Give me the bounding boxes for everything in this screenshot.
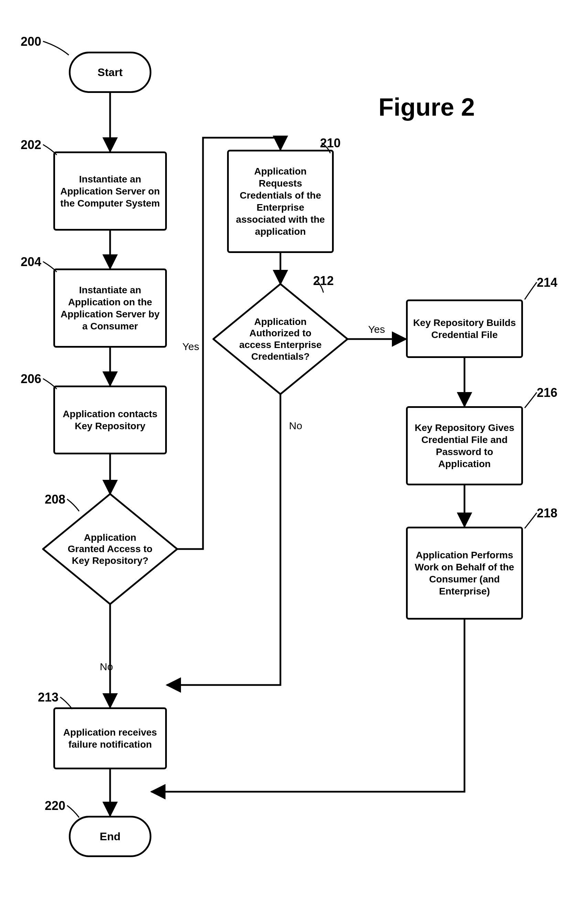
node-218: Application Performs Work on Behalf of t… — [406, 527, 523, 619]
ref-213: 213 — [38, 690, 58, 705]
label-212-no: No — [289, 420, 302, 432]
ref-210: 210 — [320, 136, 341, 150]
ref-200: 200 — [21, 34, 41, 49]
svg-marker-1 — [213, 284, 347, 394]
node-202: Instantiate an Application Server on the… — [53, 152, 167, 231]
flowchart-canvas: Figure 2 200 202 204 206 208 210 212 213… — [0, 0, 588, 917]
ref-216: 216 — [537, 385, 557, 400]
ref-220: 220 — [45, 799, 65, 813]
ref-202: 202 — [21, 138, 41, 152]
node-210: Application Requests Credentials of the … — [227, 150, 334, 253]
label-212-yes: Yes — [368, 323, 385, 335]
terminator-end: End — [69, 816, 151, 857]
ref-204: 204 — [21, 255, 41, 269]
node-214: Key Repository Builds Credential File — [406, 299, 523, 358]
node-213: Application receives failure notificatio… — [53, 707, 167, 769]
node-204: Instantiate an Application on the Applic… — [53, 268, 167, 348]
ref-206: 206 — [21, 372, 41, 386]
label-208-yes: Yes — [183, 341, 199, 353]
figure-title: Figure 2 — [378, 93, 475, 121]
svg-marker-0 — [43, 494, 177, 604]
node-206: Application contacts Key Repository — [53, 385, 167, 454]
node-216: Key Repository Gives Credential File and… — [406, 406, 523, 485]
ref-218: 218 — [537, 506, 557, 521]
label-208-no: No — [100, 661, 113, 673]
ref-214: 214 — [537, 275, 557, 290]
terminator-start: Start — [69, 52, 151, 93]
